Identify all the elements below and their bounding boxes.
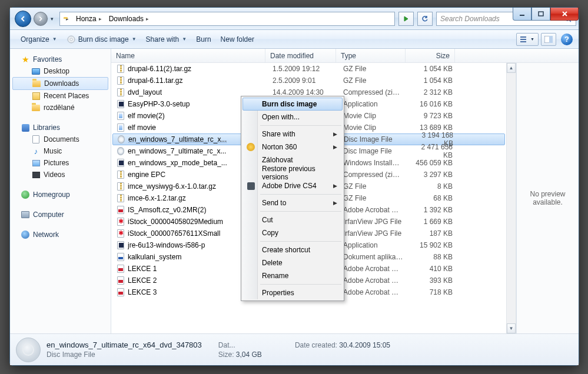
ctx-properties[interactable]: Properties (242, 286, 343, 299)
file-size: 2 471 656 KB (408, 143, 457, 159)
nav-computer[interactable]: Computer (10, 209, 111, 221)
file-name: dvd_layout (128, 88, 268, 96)
file-icon (116, 276, 125, 285)
nav-music[interactable]: ♪Music (10, 145, 111, 157)
close-button[interactable] (550, 8, 579, 21)
ctx-rename[interactable]: Rename (242, 269, 343, 282)
ctx-burn-disc-image[interactable]: Burn disc image (242, 98, 343, 111)
burn-disc-image-button[interactable]: Burn disc image▼ (62, 32, 141, 46)
adobe-icon (246, 181, 255, 191)
nav-videos[interactable]: Videos (10, 169, 111, 181)
col-date[interactable]: Date modified (265, 49, 336, 62)
details-filename: en_windows_7_ultimate_rc_x64_dvd_347803 (46, 340, 202, 349)
scroll-track[interactable] (507, 73, 516, 323)
ctx-cut[interactable]: Cut (242, 213, 343, 226)
breadcrumb-seg[interactable]: Honza (76, 15, 97, 23)
ctx-adobe-drive[interactable]: Adobe Drive CS4▶ (242, 179, 343, 192)
folder-icon (31, 103, 41, 112)
file-type: Adobe Acrobat Do... (338, 265, 408, 273)
nav-pictures[interactable]: Pictures (10, 157, 111, 169)
ctx-create-shortcut[interactable]: Create shortcut (242, 243, 343, 256)
file-type: Dokument aplikac... (338, 253, 408, 261)
vertical-scrollbar[interactable]: ▲ ▼ (506, 63, 516, 333)
view-options-button[interactable]: ▼ (516, 33, 539, 46)
col-type[interactable]: Type (336, 49, 406, 62)
ctx-send-to[interactable]: Send to▶ (242, 196, 343, 209)
address-bar[interactable]: ▸ Honza▸ Downloads▸ (59, 12, 395, 26)
ctx-copy[interactable]: Copy (242, 226, 343, 239)
file-icon (116, 193, 125, 203)
new-folder-button[interactable]: New folder (216, 32, 259, 46)
preview-pane-toggle[interactable] (541, 33, 556, 46)
ctx-norton[interactable]: Norton 360▶ (242, 141, 343, 153)
file-icon (116, 99, 125, 109)
nav-homegroup[interactable]: Homegroup (10, 189, 111, 201)
file-icon (116, 288, 125, 297)
svg-point-4 (70, 38, 72, 41)
help-button[interactable]: ? (561, 34, 573, 45)
maximize-button[interactable] (531, 8, 550, 21)
ctx-restore-versions[interactable]: Restore previous versions (242, 166, 343, 179)
go-button[interactable] (398, 12, 414, 26)
file-type: GZ File (338, 65, 408, 73)
nav-desktop[interactable]: Desktop (10, 65, 111, 77)
col-name[interactable]: Name (111, 49, 265, 62)
nav-libraries[interactable]: Libraries (10, 122, 111, 133)
file-row[interactable]: drupal-6.11(2).tar.gz1.5.2009 19:12GZ Fi… (111, 63, 506, 75)
details-pane: en_windows_7_ultimate_rc_x64_dvd_347803 … (10, 333, 579, 365)
ctx-open-with[interactable]: Open with... (242, 111, 343, 123)
file-type: Movie Clip (338, 112, 408, 120)
scroll-down-button[interactable]: ▼ (507, 323, 516, 333)
file-icon (116, 182, 125, 191)
navigation-pane: ★Favorites Desktop Downloads Recent Plac… (10, 49, 111, 333)
breadcrumb-seg[interactable]: Downloads (109, 15, 144, 23)
disc-icon (16, 338, 41, 362)
file-size: 8 KB (408, 182, 457, 191)
file-size: 1 669 KB (408, 218, 457, 226)
nav-back-button[interactable] (15, 11, 31, 27)
svg-rect-7 (520, 41, 526, 42)
file-icon (116, 111, 125, 121)
file-icon (116, 170, 125, 179)
file-size: 1 054 KB (408, 76, 457, 85)
nav-network[interactable]: Network (10, 229, 111, 241)
computer-icon (21, 210, 30, 219)
file-type: IrfanView JPG File (338, 229, 408, 238)
file-size: 410 KB (408, 265, 457, 273)
libraries-icon (21, 123, 30, 132)
scroll-up-button[interactable]: ▲ (507, 63, 516, 73)
col-size[interactable]: Size (406, 49, 455, 62)
burn-button[interactable]: Burn (191, 32, 215, 46)
file-icon (116, 205, 125, 215)
share-with-button[interactable]: Share with▼ (141, 32, 192, 46)
file-size: 16 016 KB (408, 100, 457, 108)
file-icon (116, 241, 125, 250)
file-size: 393 KB (408, 276, 457, 285)
nav-history-dropdown[interactable]: ▾ (48, 13, 56, 25)
nav-recent-places[interactable]: Recent Places (10, 90, 111, 102)
organize-button[interactable]: Organize▼ (16, 32, 62, 46)
file-type: Movie Clip (338, 123, 408, 132)
nav-rozdelane[interactable]: rozdělané (10, 102, 111, 113)
file-size: 1 392 KB (408, 206, 457, 214)
ctx-delete[interactable]: Delete (242, 256, 343, 269)
minimize-button[interactable] (513, 8, 531, 21)
file-icon (116, 158, 125, 168)
file-icon (116, 88, 125, 97)
music-icon: ♪ (31, 146, 41, 156)
star-icon: ★ (21, 55, 30, 64)
nav-documents[interactable]: Documents (10, 133, 111, 145)
nav-favorites[interactable]: ★Favorites (10, 54, 111, 65)
file-size: 718 KB (408, 288, 457, 296)
file-row[interactable]: drupal-6.11.tar.gz2.5.2009 9:01GZ File1 … (111, 75, 506, 86)
refresh-button[interactable] (417, 12, 433, 26)
ctx-share-with[interactable]: Share with▶ (242, 128, 343, 141)
nav-downloads[interactable]: Downloads (12, 77, 108, 90)
file-date: 2.5.2009 9:01 (268, 76, 338, 85)
search-placeholder: Search Downloads (440, 15, 500, 23)
file-type: Disc Image File (338, 147, 408, 155)
file-name: drupal-6.11(2).tar.gz (128, 65, 268, 73)
file-size: 456 059 KB (408, 159, 457, 167)
nav-forward-button[interactable] (34, 12, 48, 26)
file-type: Adobe Acrobat Do... (338, 206, 408, 214)
